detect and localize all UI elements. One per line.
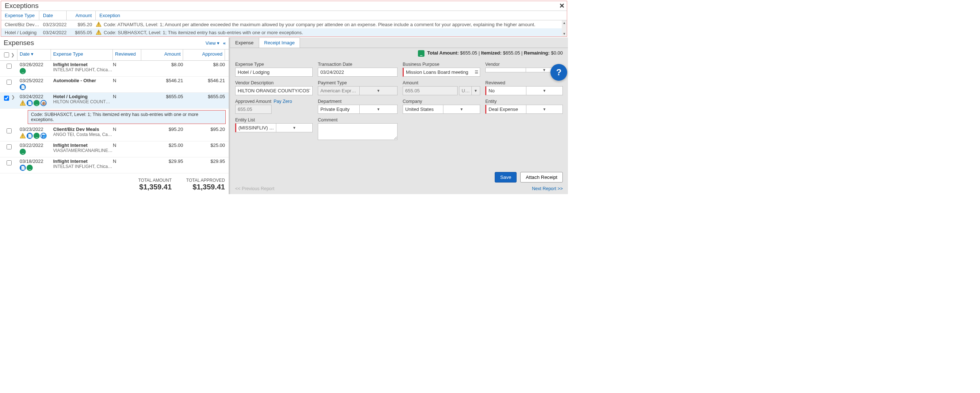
lookup-icon[interactable]: ☰ (473, 68, 480, 77)
receipt-icon: 📄 (27, 133, 33, 139)
expense-type-input[interactable] (235, 68, 313, 77)
row-checkbox[interactable] (6, 144, 12, 149)
receipt-icon: 📄 (20, 165, 26, 171)
expense-row[interactable]: 03/22/2022⎯ Inflight InternetVIASATAMERI… (0, 141, 229, 157)
col-expense-type[interactable]: Expense Type (1, 11, 39, 20)
save-button[interactable]: Save (495, 172, 517, 182)
scroll-up-icon[interactable]: ▲ (562, 21, 567, 25)
chevron-down-icon: ▼ (276, 124, 312, 132)
summary-bar: ⎯ Total Amount: $655.05 | Itemized: $655… (230, 48, 568, 58)
tab-expense[interactable]: Expense (230, 38, 259, 48)
chevron-down-icon: ▼ (359, 105, 397, 113)
comment-textarea[interactable] (318, 123, 398, 140)
col-expense-type[interactable]: Expense Type (51, 49, 113, 60)
view-menu[interactable]: View ▾ (206, 40, 220, 46)
row-checkbox[interactable] (6, 160, 12, 165)
receipt-icon: 📄 (27, 100, 33, 106)
col-reviewed[interactable]: Reviewed (113, 49, 141, 60)
col-amount[interactable]: Amount (141, 49, 183, 60)
card-icon: ⎯ (33, 133, 40, 139)
company-select[interactable]: United States▼ (402, 105, 480, 114)
approved-amount-input (235, 105, 272, 114)
warning-icon: ! (96, 29, 102, 35)
chevron-down-icon: ▼ (471, 87, 480, 95)
row-checkbox[interactable] (6, 128, 12, 133)
chevron-right-icon: ❯ (11, 52, 14, 57)
entity-list-select[interactable]: (MISSINFLIV) Mission Loans▼ (235, 123, 313, 132)
detail-tabs: Expense Receipt Image (230, 38, 568, 48)
svg-text:!: ! (98, 22, 99, 27)
department-select[interactable]: Private Equity▼ (318, 105, 398, 114)
card-icon: ⎯ (20, 149, 26, 155)
exceptions-table-header: Expense Type Date Amount Exception (1, 11, 567, 21)
col-exception[interactable]: Exception (96, 11, 567, 20)
pay-zero-link[interactable]: Pay Zero (274, 99, 292, 104)
row-checkbox[interactable] (6, 79, 12, 85)
expense-row[interactable]: 03/23/2022!📄⎯👥 Client/Biz Dev MealsANGO … (0, 125, 229, 141)
warning-icon: ! (20, 100, 26, 106)
exception-row[interactable]: Client/Biz Dev … 03/23/2022 $95.20 !Code… (1, 21, 567, 29)
help-button[interactable]: ? (550, 64, 567, 81)
svg-text:!: ! (98, 30, 99, 35)
chevron-down-icon: ▼ (526, 87, 562, 95)
select-all-checkbox[interactable] (4, 52, 9, 57)
row-exception-message: Code: SUBHASXCT, Level: 1; This itemized… (28, 110, 226, 124)
chevron-right-icon[interactable]: ❯ (11, 95, 15, 100)
card-icon: ⎯ (20, 68, 26, 74)
totals-row: TOTAL AMOUNT$1,359.41 TOTAL APPROVED$1,3… (0, 173, 229, 194)
expenses-pane: Expenses View ▾ « ❯ Date ▾ Expense Type … (0, 38, 229, 194)
col-date[interactable]: Date (39, 11, 67, 20)
business-purpose-input[interactable] (402, 68, 473, 77)
expense-row[interactable]: 03/25/2022📄 Automobile - Other N $546.21… (0, 77, 229, 93)
exceptions-panel: ✕ Exceptions Expense Type Date Amount Ex… (1, 1, 567, 37)
exception-row[interactable]: Hotel / Lodging 03/24/2022 $655.05 !Code… (1, 29, 567, 36)
previous-report-link: << Previous Report (235, 186, 275, 191)
svg-text:!: ! (22, 134, 23, 138)
warning-icon: ! (96, 21, 102, 27)
next-report-link[interactable]: Next Report >> (532, 186, 563, 191)
amount-input (402, 86, 458, 95)
hotel-icon: 🏨 (40, 100, 46, 106)
close-icon[interactable]: ✕ (559, 2, 565, 10)
entity-select[interactable]: Deal Expense▼ (485, 105, 563, 114)
receipt-icon: 📄 (20, 84, 26, 90)
collapse-left-icon[interactable]: « (223, 40, 226, 46)
currency-select: USD▼ (459, 86, 480, 95)
chevron-down-icon: ▼ (526, 105, 562, 113)
expenses-title: Expenses (4, 38, 38, 48)
row-checkbox[interactable] (4, 96, 9, 101)
col-amount[interactable]: Amount (67, 11, 96, 20)
exceptions-scrollbar[interactable]: ▲▼ (562, 21, 567, 36)
card-icon: ⎯ (33, 100, 40, 106)
col-approved[interactable]: Approved (183, 49, 225, 60)
expense-row[interactable]: ❯ 03/24/2022!📄⎯🏨 Hotel / LodgingHILTON O… (0, 93, 229, 109)
attendees-icon: 👥 (40, 133, 46, 139)
card-icon: ⎯ (27, 165, 33, 171)
expense-row[interactable]: 03/26/2022⎯ Inflight InternetINTELSAT IN… (0, 61, 229, 77)
payment-type-select: American Express Corporate Ca▼ (318, 86, 398, 95)
card-badge-icon: ⎯ (418, 50, 425, 57)
transaction-date-input[interactable] (318, 68, 398, 77)
chevron-down-icon: ▼ (359, 87, 397, 95)
warning-icon: ! (20, 133, 26, 139)
col-date[interactable]: Date ▾ (18, 49, 51, 60)
expenses-table-header: ❯ Date ▾ Expense Type Reviewed Amount Ap… (0, 49, 229, 61)
scroll-down-icon[interactable]: ▼ (562, 31, 567, 36)
attach-receipt-button[interactable]: Attach Receipt (520, 172, 563, 182)
chevron-down-icon: ▼ (443, 105, 480, 113)
row-checkbox[interactable] (6, 63, 12, 69)
vendor-description-input[interactable] (235, 86, 313, 95)
tab-receipt-image[interactable]: Receipt Image (259, 38, 300, 48)
expense-row[interactable]: 03/18/2022📄⎯ Inflight InternetINTELSAT I… (0, 157, 229, 173)
exceptions-title: Exceptions (1, 1, 567, 11)
detail-pane: Expense Receipt Image ⎯ Total Amount: $6… (229, 38, 568, 194)
svg-text:!: ! (22, 101, 23, 105)
reviewed-select[interactable]: No▼ (485, 86, 563, 95)
expense-form: Expense Type Transaction Date Business P… (230, 58, 568, 145)
